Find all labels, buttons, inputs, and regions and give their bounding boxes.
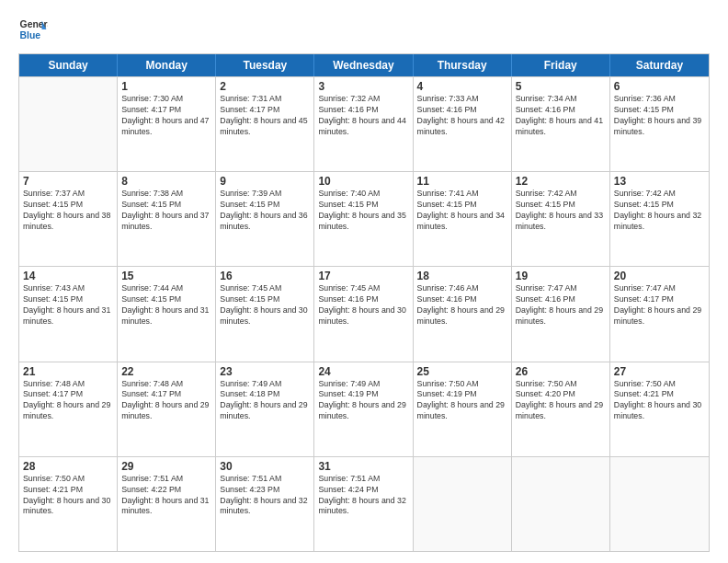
day-info: Sunrise: 7:36 AMSunset: 4:15 PMDaylight:…	[614, 94, 705, 138]
day-info: Sunrise: 7:50 AMSunset: 4:20 PMDaylight:…	[516, 379, 606, 423]
day-info: Sunrise: 7:34 AMSunset: 4:16 PMDaylight:…	[516, 94, 606, 138]
day-info: Sunrise: 7:37 AMSunset: 4:15 PMDaylight:…	[23, 189, 113, 233]
day-info: Sunrise: 7:50 AMSunset: 4:21 PMDaylight:…	[23, 474, 113, 518]
day-number: 10	[318, 175, 408, 188]
day-info: Sunrise: 7:48 AMSunset: 4:17 PMDaylight:…	[121, 379, 211, 423]
day-info: Sunrise: 7:47 AMSunset: 4:16 PMDaylight:…	[516, 283, 606, 327]
day-number: 4	[417, 80, 507, 93]
day-info: Sunrise: 7:49 AMSunset: 4:18 PMDaylight:…	[220, 379, 310, 423]
calendar-row: 21Sunrise: 7:48 AMSunset: 4:17 PMDayligh…	[19, 362, 709, 456]
calendar-cell: 5Sunrise: 7:34 AMSunset: 4:16 PMDaylight…	[512, 77, 610, 171]
calendar-cell: 7Sunrise: 7:37 AMSunset: 4:15 PMDaylight…	[19, 172, 118, 266]
day-number: 3	[318, 80, 408, 93]
day-info: Sunrise: 7:42 AMSunset: 4:15 PMDaylight:…	[614, 189, 705, 233]
day-info: Sunrise: 7:49 AMSunset: 4:19 PMDaylight:…	[318, 379, 408, 423]
logo-icon: General Blue	[18, 15, 48, 44]
page: General Blue SundayMondayTuesdayWednesda…	[0, 0, 728, 563]
day-number: 5	[516, 80, 606, 93]
logo: General Blue	[18, 15, 48, 44]
calendar-cell: 14Sunrise: 7:43 AMSunset: 4:15 PMDayligh…	[19, 267, 118, 361]
day-number: 13	[614, 175, 705, 188]
svg-text:Blue: Blue	[20, 30, 41, 40]
day-number: 24	[318, 365, 408, 378]
weekday-header: Thursday	[414, 54, 512, 76]
day-number: 17	[318, 270, 408, 282]
calendar-cell: 2Sunrise: 7:31 AMSunset: 4:17 PMDaylight…	[216, 77, 314, 171]
day-info: Sunrise: 7:50 AMSunset: 4:19 PMDaylight:…	[417, 379, 507, 423]
calendar-cell: 20Sunrise: 7:47 AMSunset: 4:17 PMDayligh…	[610, 267, 709, 361]
day-number: 22	[121, 365, 211, 378]
calendar-cell: 6Sunrise: 7:36 AMSunset: 4:15 PMDaylight…	[610, 77, 709, 171]
calendar-cell: 12Sunrise: 7:42 AMSunset: 4:15 PMDayligh…	[512, 172, 610, 266]
day-number: 30	[220, 460, 310, 473]
day-number: 29	[121, 460, 211, 473]
day-number: 14	[23, 270, 113, 282]
calendar-cell: 8Sunrise: 7:38 AMSunset: 4:15 PMDaylight…	[118, 172, 216, 266]
day-info: Sunrise: 7:42 AMSunset: 4:15 PMDaylight:…	[516, 189, 606, 233]
calendar-body: 1Sunrise: 7:30 AMSunset: 4:17 PMDaylight…	[19, 76, 709, 551]
calendar-cell: 21Sunrise: 7:48 AMSunset: 4:17 PMDayligh…	[19, 362, 118, 456]
day-number: 20	[614, 270, 705, 282]
calendar-cell: 9Sunrise: 7:39 AMSunset: 4:15 PMDaylight…	[216, 172, 314, 266]
day-number: 7	[23, 175, 113, 188]
day-number: 26	[516, 365, 606, 378]
calendar-cell: 27Sunrise: 7:50 AMSunset: 4:21 PMDayligh…	[610, 362, 709, 456]
day-info: Sunrise: 7:47 AMSunset: 4:17 PMDaylight:…	[614, 283, 705, 327]
calendar-cell	[512, 457, 610, 551]
header: General Blue	[18, 15, 710, 44]
day-number: 27	[614, 365, 705, 378]
calendar-row: 14Sunrise: 7:43 AMSunset: 4:15 PMDayligh…	[19, 266, 709, 361]
calendar-cell: 28Sunrise: 7:50 AMSunset: 4:21 PMDayligh…	[19, 457, 118, 551]
day-number: 19	[516, 270, 606, 282]
calendar-cell: 19Sunrise: 7:47 AMSunset: 4:16 PMDayligh…	[512, 267, 610, 361]
day-info: Sunrise: 7:50 AMSunset: 4:21 PMDaylight:…	[614, 379, 705, 423]
calendar-cell: 4Sunrise: 7:33 AMSunset: 4:16 PMDaylight…	[414, 77, 512, 171]
calendar-cell: 15Sunrise: 7:44 AMSunset: 4:15 PMDayligh…	[118, 267, 216, 361]
day-info: Sunrise: 7:33 AMSunset: 4:16 PMDaylight:…	[417, 94, 507, 138]
weekday-header: Tuesday	[216, 54, 314, 76]
day-number: 9	[220, 175, 310, 188]
calendar-cell: 30Sunrise: 7:51 AMSunset: 4:23 PMDayligh…	[216, 457, 314, 551]
calendar-header: SundayMondayTuesdayWednesdayThursdayFrid…	[19, 54, 709, 76]
weekday-header: Saturday	[610, 54, 709, 76]
day-info: Sunrise: 7:31 AMSunset: 4:17 PMDaylight:…	[220, 94, 310, 138]
day-info: Sunrise: 7:32 AMSunset: 4:16 PMDaylight:…	[318, 94, 408, 138]
day-info: Sunrise: 7:30 AMSunset: 4:17 PMDaylight:…	[121, 94, 211, 138]
day-info: Sunrise: 7:46 AMSunset: 4:16 PMDaylight:…	[417, 283, 507, 327]
calendar-cell: 3Sunrise: 7:32 AMSunset: 4:16 PMDaylight…	[314, 77, 413, 171]
calendar-cell: 13Sunrise: 7:42 AMSunset: 4:15 PMDayligh…	[610, 172, 709, 266]
weekday-header: Friday	[512, 54, 610, 76]
calendar-cell: 31Sunrise: 7:51 AMSunset: 4:24 PMDayligh…	[314, 457, 413, 551]
calendar-cell: 16Sunrise: 7:45 AMSunset: 4:15 PMDayligh…	[216, 267, 314, 361]
day-info: Sunrise: 7:51 AMSunset: 4:22 PMDaylight:…	[121, 474, 211, 518]
day-number: 28	[23, 460, 113, 473]
calendar-cell: 26Sunrise: 7:50 AMSunset: 4:20 PMDayligh…	[512, 362, 610, 456]
day-number: 12	[516, 175, 606, 188]
calendar-row: 7Sunrise: 7:37 AMSunset: 4:15 PMDaylight…	[19, 171, 709, 266]
day-info: Sunrise: 7:48 AMSunset: 4:17 PMDaylight:…	[23, 379, 113, 423]
day-info: Sunrise: 7:40 AMSunset: 4:15 PMDaylight:…	[318, 189, 408, 233]
calendar-cell: 10Sunrise: 7:40 AMSunset: 4:15 PMDayligh…	[314, 172, 413, 266]
day-info: Sunrise: 7:44 AMSunset: 4:15 PMDaylight:…	[121, 283, 211, 327]
day-number: 21	[23, 365, 113, 378]
day-number: 2	[220, 80, 310, 93]
day-info: Sunrise: 7:45 AMSunset: 4:16 PMDaylight:…	[318, 283, 408, 327]
day-info: Sunrise: 7:51 AMSunset: 4:24 PMDaylight:…	[318, 474, 408, 518]
calendar-cell	[610, 457, 709, 551]
calendar-cell: 29Sunrise: 7:51 AMSunset: 4:22 PMDayligh…	[118, 457, 216, 551]
day-number: 6	[614, 80, 705, 93]
day-number: 18	[417, 270, 507, 282]
calendar: SundayMondayTuesdayWednesdayThursdayFrid…	[18, 53, 710, 552]
weekday-header: Monday	[118, 54, 216, 76]
calendar-cell	[414, 457, 512, 551]
day-info: Sunrise: 7:39 AMSunset: 4:15 PMDaylight:…	[220, 189, 310, 233]
day-number: 11	[417, 175, 507, 188]
day-number: 15	[121, 270, 211, 282]
calendar-cell: 1Sunrise: 7:30 AMSunset: 4:17 PMDaylight…	[118, 77, 216, 171]
calendar-cell: 17Sunrise: 7:45 AMSunset: 4:16 PMDayligh…	[314, 267, 413, 361]
calendar-row: 1Sunrise: 7:30 AMSunset: 4:17 PMDaylight…	[19, 76, 709, 171]
calendar-cell: 24Sunrise: 7:49 AMSunset: 4:19 PMDayligh…	[314, 362, 413, 456]
day-info: Sunrise: 7:38 AMSunset: 4:15 PMDaylight:…	[121, 189, 211, 233]
day-number: 8	[121, 175, 211, 188]
calendar-row: 28Sunrise: 7:50 AMSunset: 4:21 PMDayligh…	[19, 456, 709, 551]
